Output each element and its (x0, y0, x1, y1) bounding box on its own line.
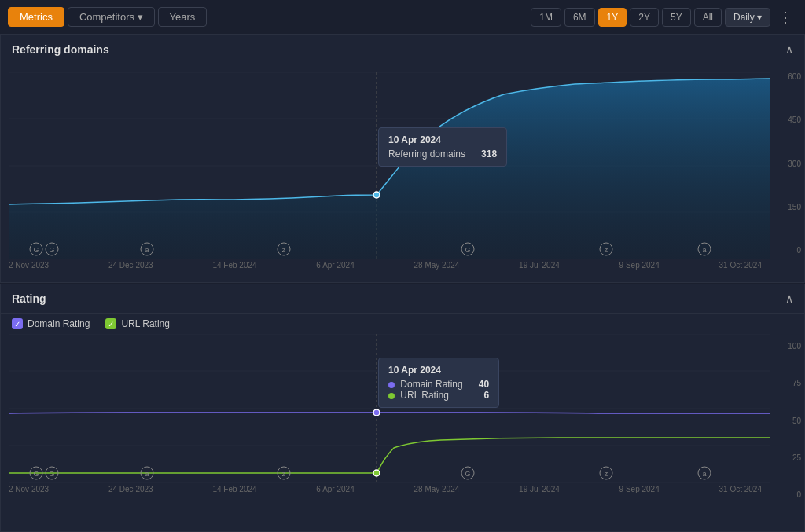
rating-title: Rating (12, 292, 46, 305)
r-x-label-oct: 31 Oct 2024 (719, 485, 762, 493)
x-label-sep: 9 Sep 2024 (619, 261, 660, 270)
referring-domains-header: Referring domains ∧ (1, 35, 804, 64)
svg-text:a: a (702, 246, 706, 254)
svg-point-28 (373, 470, 380, 476)
y-label-300: 300 (788, 160, 801, 168)
y-label-0-rd: 0 (796, 246, 801, 255)
svg-text:a: a (702, 470, 706, 478)
y-label-75: 75 (792, 379, 801, 387)
rating-header: Rating ∧ (1, 284, 804, 314)
url-rating-check[interactable]: ✓ (105, 318, 116, 329)
time-1m[interactable]: 1M (531, 8, 561, 27)
referring-domains-chevron[interactable]: ∧ (785, 43, 793, 56)
y-label-600: 600 (788, 72, 801, 81)
rating-section: Rating ∧ ✓ Domain Rating ✓ URL Rating 10… (0, 284, 805, 532)
rating-x-axis: 2 Nov 2023 24 Dec 2023 14 Feb 2024 6 Apr… (9, 483, 762, 495)
toolbar: Metrics Competitors ▾ Years 1M 6M 1Y 2Y … (0, 0, 805, 35)
more-options-button[interactable]: ⋮ (774, 9, 797, 26)
y-label-50: 50 (792, 416, 801, 425)
svg-point-6 (373, 192, 380, 198)
time-1y[interactable]: 1Y (598, 8, 627, 27)
x-label-dec: 24 Dec 2023 (108, 261, 153, 270)
tab-metrics[interactable]: Metrics (8, 7, 64, 27)
x-label-apr: 6 Apr 2024 (316, 261, 354, 270)
rating-legend: ✓ Domain Rating ✓ URL Rating (1, 314, 804, 334)
r-x-label-dec: 24 Dec 2023 (108, 485, 153, 493)
legend-url-rating: ✓ URL Rating (105, 318, 170, 329)
x-label-nov: 2 Nov 2023 (9, 261, 49, 270)
r-x-label-nov: 2 Nov 2023 (9, 485, 49, 493)
r-x-label-jul: 19 Jul 2024 (519, 485, 560, 493)
svg-text:z: z (282, 470, 286, 478)
rating-chart: G G a z G z a 2 Nov 2023 24 Dec 2023 14 … (9, 334, 762, 495)
svg-text:a: a (145, 246, 149, 254)
r-x-label-may: 28 May 2024 (414, 485, 459, 493)
tab-group: Metrics Competitors ▾ Years (8, 7, 207, 27)
svg-text:G: G (49, 470, 54, 478)
x-label-feb: 14 Feb 2024 (212, 261, 256, 270)
y-label-150: 150 (788, 203, 801, 211)
rating-chevron[interactable]: ∧ (785, 292, 793, 305)
svg-text:a: a (145, 470, 149, 478)
legend-domain-label: Domain Rating (28, 318, 90, 329)
time-6m[interactable]: 6M (564, 8, 595, 27)
svg-text:z: z (282, 246, 286, 254)
y-label-25: 25 (792, 453, 801, 462)
referring-domains-x-axis: 2 Nov 2023 24 Dec 2023 14 Feb 2024 6 Apr… (9, 259, 762, 271)
rating-svg: G G a z G z a (9, 334, 770, 483)
time-2y[interactable]: 2Y (630, 8, 659, 27)
svg-text:G: G (465, 246, 470, 254)
referring-domains-svg: G G a z G z a (9, 72, 770, 259)
legend-domain-rating: ✓ Domain Rating (12, 318, 90, 329)
daily-dropdown[interactable]: Daily ▾ (725, 8, 770, 27)
x-label-may: 28 May 2024 (414, 261, 459, 270)
svg-text:G: G (465, 470, 470, 478)
y-label-100: 100 (788, 342, 801, 350)
tab-competitors[interactable]: Competitors ▾ (68, 7, 155, 27)
svg-text:G: G (33, 246, 39, 254)
svg-text:G: G (33, 470, 39, 478)
legend-url-label: URL Rating (121, 318, 170, 329)
referring-domains-title: Referring domains (12, 43, 109, 56)
svg-text:z: z (605, 470, 608, 478)
referring-domains-chart: G G a z G z a 2 Nov 202 (9, 72, 762, 271)
time-5y[interactable]: 5Y (662, 8, 691, 27)
time-controls: 1M 6M 1Y 2Y 5Y All Daily ▾ ⋮ (531, 8, 797, 27)
r-x-label-feb: 14 Feb 2024 (212, 485, 256, 493)
rating-chart-area: 100 75 50 25 0 (1, 334, 804, 523)
referring-domains-y-axis: 600 450 300 150 0 (777, 72, 804, 255)
rating-y-axis: 100 75 50 25 0 (777, 342, 804, 499)
referring-domains-chart-area: 600 450 300 150 0 (1, 64, 804, 278)
domain-rating-check[interactable]: ✓ (12, 318, 23, 329)
r-x-label-sep: 9 Sep 2024 (619, 485, 660, 493)
tab-years[interactable]: Years (158, 7, 208, 27)
svg-text:z: z (605, 246, 608, 254)
referring-domains-section: Referring domains ∧ 600 450 300 150 0 (0, 35, 805, 283)
svg-point-27 (373, 409, 380, 416)
x-label-oct: 31 Oct 2024 (719, 261, 762, 270)
y-label-0-r: 0 (796, 490, 801, 499)
svg-text:G: G (49, 246, 54, 254)
y-label-450: 450 (788, 116, 801, 124)
time-all[interactable]: All (694, 8, 722, 27)
r-x-label-apr: 6 Apr 2024 (316, 485, 354, 493)
x-label-jul: 19 Jul 2024 (519, 261, 560, 270)
